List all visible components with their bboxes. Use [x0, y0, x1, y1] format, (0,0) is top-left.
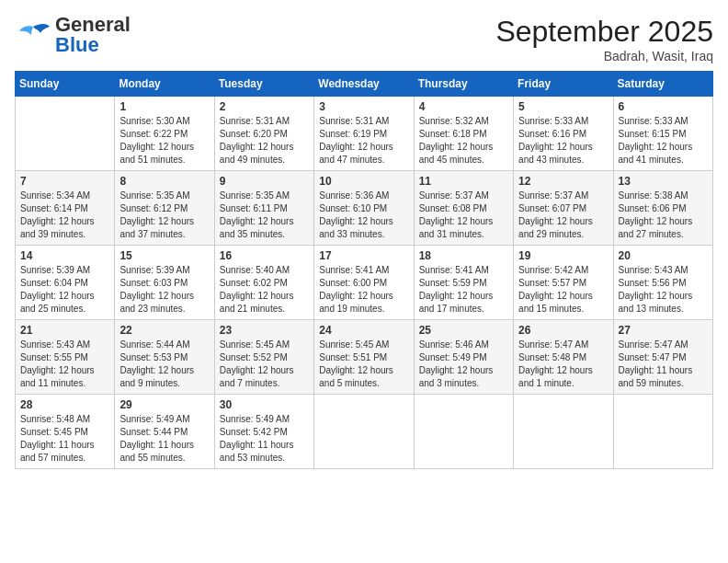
calendar-cell: 12Sunrise: 5:37 AM Sunset: 6:07 PM Dayli…	[514, 171, 613, 246]
day-number: 9	[220, 175, 309, 188]
calendar-cell: 18Sunrise: 5:41 AM Sunset: 5:59 PM Dayli…	[414, 246, 513, 320]
calendar-cell	[414, 395, 513, 469]
day-number: 25	[419, 324, 508, 337]
header-sunday: Sunday	[16, 72, 115, 97]
cell-info: Sunrise: 5:40 AM Sunset: 6:02 PM Dayligh…	[220, 264, 309, 316]
cell-info: Sunrise: 5:49 AM Sunset: 5:44 PM Dayligh…	[119, 413, 209, 465]
calendar-cell: 16Sunrise: 5:40 AM Sunset: 6:02 PM Dayli…	[214, 246, 313, 320]
cell-info: Sunrise: 5:30 AM Sunset: 6:22 PM Dayligh…	[119, 115, 209, 167]
header-monday: Monday	[115, 72, 214, 97]
week-row-5: 28Sunrise: 5:48 AM Sunset: 5:45 PM Dayli…	[16, 395, 713, 469]
calendar-cell	[613, 395, 712, 469]
day-number: 13	[619, 175, 708, 188]
cell-info: Sunrise: 5:37 AM Sunset: 6:07 PM Dayligh…	[518, 190, 608, 241]
header-saturday: Saturday	[613, 72, 712, 97]
calendar-cell	[314, 395, 414, 469]
day-number: 20	[619, 249, 708, 262]
week-row-1: 1Sunrise: 5:30 AM Sunset: 6:22 PM Daylig…	[16, 97, 713, 171]
calendar-cell: 22Sunrise: 5:44 AM Sunset: 5:53 PM Dayli…	[115, 320, 214, 395]
day-number: 10	[319, 175, 408, 188]
day-number: 29	[119, 398, 209, 411]
header-tuesday: Tuesday	[214, 72, 313, 97]
day-number: 14	[20, 249, 109, 262]
cell-info: Sunrise: 5:47 AM Sunset: 5:48 PM Dayligh…	[518, 339, 608, 390]
cell-info: Sunrise: 5:33 AM Sunset: 6:15 PM Dayligh…	[619, 115, 708, 167]
calendar-cell: 17Sunrise: 5:41 AM Sunset: 6:00 PM Dayli…	[314, 246, 414, 320]
day-number: 23	[220, 324, 309, 337]
week-row-2: 7Sunrise: 5:34 AM Sunset: 6:14 PM Daylig…	[16, 171, 713, 246]
cell-info: Sunrise: 5:47 AM Sunset: 5:47 PM Dayligh…	[619, 339, 708, 390]
calendar-cell: 25Sunrise: 5:46 AM Sunset: 5:49 PM Dayli…	[414, 320, 513, 395]
day-number: 17	[319, 249, 408, 262]
cell-info: Sunrise: 5:34 AM Sunset: 6:14 PM Dayligh…	[20, 190, 109, 241]
calendar-cell: 28Sunrise: 5:48 AM Sunset: 5:45 PM Dayli…	[16, 395, 115, 469]
calendar-cell	[514, 395, 613, 469]
day-number: 24	[319, 324, 408, 337]
calendar-cell: 8Sunrise: 5:35 AM Sunset: 6:12 PM Daylig…	[115, 171, 214, 246]
title-block: September 2025 Badrah, Wasit, Iraq	[495, 15, 713, 63]
calendar-cell: 2Sunrise: 5:31 AM Sunset: 6:20 PM Daylig…	[214, 97, 313, 171]
location-title: Badrah, Wasit, Iraq	[495, 49, 713, 63]
cell-info: Sunrise: 5:37 AM Sunset: 6:08 PM Dayligh…	[419, 190, 508, 241]
cell-info: Sunrise: 5:45 AM Sunset: 5:52 PM Dayligh…	[220, 339, 309, 390]
day-number: 26	[518, 324, 608, 337]
day-number: 1	[119, 100, 209, 113]
month-title: September 2025	[495, 15, 713, 49]
logo-text-block: General Blue	[55, 15, 131, 55]
day-number: 27	[619, 324, 708, 337]
calendar-cell: 27Sunrise: 5:47 AM Sunset: 5:47 PM Dayli…	[613, 320, 712, 395]
calendar-cell: 9Sunrise: 5:35 AM Sunset: 6:11 PM Daylig…	[214, 171, 313, 246]
calendar-cell	[16, 97, 115, 171]
header-thursday: Thursday	[414, 72, 513, 97]
logo-bird-icon	[15, 22, 51, 48]
calendar-cell: 20Sunrise: 5:43 AM Sunset: 5:56 PM Dayli…	[613, 246, 712, 320]
day-number: 21	[20, 324, 109, 337]
cell-info: Sunrise: 5:36 AM Sunset: 6:10 PM Dayligh…	[319, 190, 408, 241]
cell-info: Sunrise: 5:44 AM Sunset: 5:53 PM Dayligh…	[119, 339, 209, 390]
cell-info: Sunrise: 5:45 AM Sunset: 5:51 PM Dayligh…	[319, 339, 408, 390]
cell-info: Sunrise: 5:43 AM Sunset: 5:56 PM Dayligh…	[619, 264, 708, 316]
page-header: General Blue September 2025 Badrah, Wasi…	[15, 15, 713, 63]
day-number: 4	[419, 100, 508, 113]
day-number: 12	[518, 175, 608, 188]
calendar-cell: 5Sunrise: 5:33 AM Sunset: 6:16 PM Daylig…	[514, 97, 613, 171]
calendar-cell: 6Sunrise: 5:33 AM Sunset: 6:15 PM Daylig…	[613, 97, 712, 171]
calendar-cell: 14Sunrise: 5:39 AM Sunset: 6:04 PM Dayli…	[16, 246, 115, 320]
cell-info: Sunrise: 5:38 AM Sunset: 6:06 PM Dayligh…	[619, 190, 708, 241]
day-number: 22	[119, 324, 209, 337]
day-number: 15	[119, 249, 209, 262]
calendar-cell: 24Sunrise: 5:45 AM Sunset: 5:51 PM Dayli…	[314, 320, 414, 395]
cell-info: Sunrise: 5:48 AM Sunset: 5:45 PM Dayligh…	[20, 413, 109, 465]
cell-info: Sunrise: 5:31 AM Sunset: 6:19 PM Dayligh…	[319, 115, 408, 167]
calendar-cell: 1Sunrise: 5:30 AM Sunset: 6:22 PM Daylig…	[115, 97, 214, 171]
day-number: 28	[20, 398, 109, 411]
day-number: 2	[220, 100, 309, 113]
cell-info: Sunrise: 5:43 AM Sunset: 5:55 PM Dayligh…	[20, 339, 109, 390]
calendar-cell: 21Sunrise: 5:43 AM Sunset: 5:55 PM Dayli…	[16, 320, 115, 395]
day-number: 16	[220, 249, 309, 262]
header-wednesday: Wednesday	[314, 72, 414, 97]
cell-info: Sunrise: 5:39 AM Sunset: 6:04 PM Dayligh…	[20, 264, 109, 316]
cell-info: Sunrise: 5:42 AM Sunset: 5:57 PM Dayligh…	[518, 264, 608, 316]
calendar-cell: 3Sunrise: 5:31 AM Sunset: 6:19 PM Daylig…	[314, 97, 414, 171]
cell-info: Sunrise: 5:33 AM Sunset: 6:16 PM Dayligh…	[518, 115, 608, 167]
cell-info: Sunrise: 5:49 AM Sunset: 5:42 PM Dayligh…	[220, 413, 309, 465]
cell-info: Sunrise: 5:35 AM Sunset: 6:12 PM Dayligh…	[119, 190, 209, 241]
week-row-3: 14Sunrise: 5:39 AM Sunset: 6:04 PM Dayli…	[16, 246, 713, 320]
cell-info: Sunrise: 5:41 AM Sunset: 5:59 PM Dayligh…	[419, 264, 508, 316]
day-number: 8	[119, 175, 209, 188]
cell-info: Sunrise: 5:39 AM Sunset: 6:03 PM Dayligh…	[119, 264, 209, 316]
calendar-cell: 15Sunrise: 5:39 AM Sunset: 6:03 PM Dayli…	[115, 246, 214, 320]
day-number: 7	[20, 175, 109, 188]
calendar-cell: 29Sunrise: 5:49 AM Sunset: 5:44 PM Dayli…	[115, 395, 214, 469]
logo: General Blue	[15, 15, 131, 55]
calendar-table: SundayMondayTuesdayWednesdayThursdayFrid…	[15, 71, 713, 469]
week-row-4: 21Sunrise: 5:43 AM Sunset: 5:55 PM Dayli…	[16, 320, 713, 395]
day-number: 5	[518, 100, 608, 113]
calendar-cell: 13Sunrise: 5:38 AM Sunset: 6:06 PM Dayli…	[613, 171, 712, 246]
day-number: 6	[619, 100, 708, 113]
header-friday: Friday	[514, 72, 613, 97]
calendar-cell: 30Sunrise: 5:49 AM Sunset: 5:42 PM Dayli…	[214, 395, 313, 469]
cell-info: Sunrise: 5:31 AM Sunset: 6:20 PM Dayligh…	[220, 115, 309, 167]
calendar-cell: 19Sunrise: 5:42 AM Sunset: 5:57 PM Dayli…	[514, 246, 613, 320]
